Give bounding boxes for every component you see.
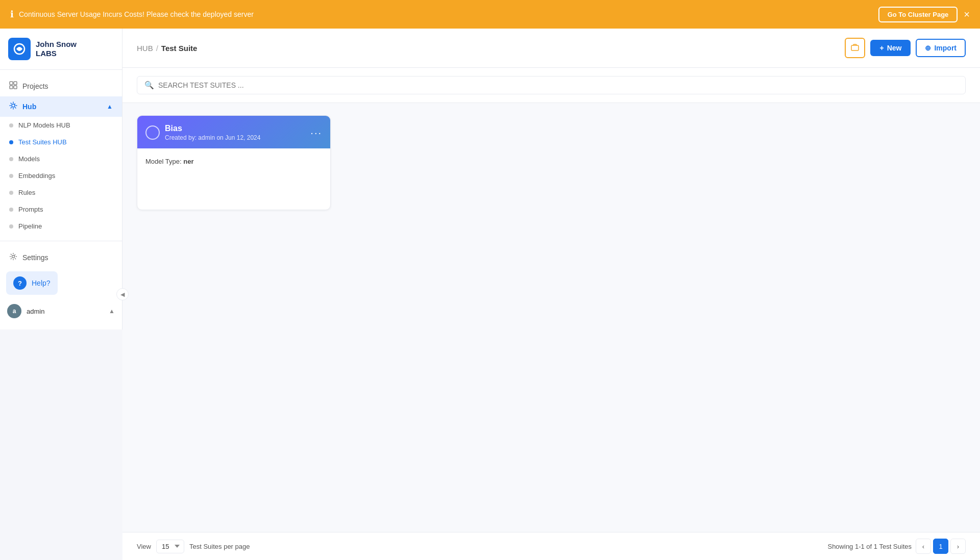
cards-grid: Bias Created by: admin on Jun 12, 2024 ·… [137,115,966,210]
orange-icon-button[interactable] [845,38,865,58]
help-icon: ? [13,276,27,290]
sidebar-item-hub[interactable]: Hub ▲ [0,96,122,117]
per-page-label: Test Suites per page [189,543,250,550]
view-label: View [137,543,151,550]
nlp-models-label: NLP Models HUB [18,121,70,129]
logo-line2: LABS [36,49,77,58]
per-page-select[interactable]: 5 10 15 25 50 [156,540,184,553]
projects-icon [9,81,17,91]
user-row[interactable]: a admin ▲ [0,299,122,323]
user-name: admin [27,308,44,315]
card-model-value: ner [183,158,193,165]
banner-close-button[interactable]: × [964,9,970,20]
breadcrumb-separator: / [156,44,158,53]
hub-icon [9,101,17,112]
settings-label: Settings [22,253,48,262]
svg-rect-3 [14,82,17,85]
new-plus-icon: + [879,44,884,52]
banner-message: Continuous Server Usage Incurs Costs! Pl… [19,10,254,18]
models-label: Models [18,155,40,163]
new-button[interactable]: + New [870,40,911,56]
sidebar-nav: Projects Hub ▲ [0,70,122,241]
search-input[interactable] [158,81,958,89]
sidebar-logo: John Snow LABS [0,29,122,70]
search-icon: 🔍 [144,81,154,90]
breadcrumb-hub: HUB [137,44,153,53]
banner: ℹ Continuous Server Usage Incurs Costs! … [0,0,980,29]
settings-icon [9,252,17,262]
sidebar-bottom: Settings ? Help? a admin ▲ [0,241,122,329]
cluster-button[interactable]: Go To Cluster Page [878,7,958,22]
showing-text: Showing 1-1 of 1 Test Suites [827,543,912,550]
import-icon: ⊕ [925,44,931,52]
hub-section: Hub ▲ NLP Models HUB Test Suites HUB Mod… [0,96,122,235]
help-button[interactable]: ? Help? [6,271,58,295]
svg-rect-4 [10,86,13,89]
breadcrumb-current: Test Suite [161,44,198,53]
pagination: ‹ 1 › [916,539,966,554]
logo-line1: John Snow [36,40,77,49]
page-1-button[interactable]: 1 [933,539,948,554]
sidebar-item-pipeline[interactable]: Pipeline [0,218,122,235]
prompts-label: Prompts [18,206,43,213]
sidebar-item-prompts[interactable]: Prompts [0,201,122,218]
content-footer: View 5 10 15 25 50 Test Suites per page … [122,532,980,560]
svg-rect-8 [851,45,859,50]
cards-area: Bias Created by: admin on Jun 12, 2024 ·… [122,103,980,532]
sidebar-item-rules[interactable]: Rules [0,184,122,201]
content: HUB / Test Suite + New ⊕ Import [122,29,980,560]
card-menu-button[interactable]: ··· [310,127,322,139]
card-bias: Bias Created by: admin on Jun 12, 2024 ·… [137,115,331,210]
footer-right: Showing 1-1 of 1 Test Suites ‹ 1 › [827,539,966,554]
hub-label: Hub [22,103,36,111]
next-page-button[interactable]: › [950,539,966,554]
search-bar: 🔍 [122,68,980,103]
footer-left: View 5 10 15 25 50 Test Suites per page [137,540,250,553]
card-model-type: Model Type: ner [145,158,193,165]
card-body: Model Type: ner [137,148,330,210]
user-chevron-icon: ▲ [109,308,115,315]
sidebar: John Snow LABS Projects [0,29,122,560]
header-actions: + New ⊕ Import [845,38,966,58]
sidebar-item-models[interactable]: Models [0,150,122,167]
sidebar-item-settings[interactable]: Settings [0,247,122,267]
card-circle-icon [145,125,160,140]
sidebar-item-embeddings[interactable]: Embeddings [0,167,122,184]
import-button[interactable]: ⊕ Import [916,39,966,57]
rules-label: Rules [18,189,35,196]
info-icon: ℹ [10,9,14,20]
sidebar-item-nlp-models[interactable]: NLP Models HUB [0,117,122,134]
avatar: a [7,304,21,318]
search-input-wrap: 🔍 [137,76,966,94]
projects-label: Projects [22,82,48,90]
card-subtitle: Created by: admin on Jun 12, 2024 [165,134,260,141]
svg-rect-5 [14,86,17,89]
svg-rect-2 [10,82,13,85]
hub-chevron-icon: ▲ [107,103,113,110]
card-title: Bias [165,124,260,133]
breadcrumb: HUB / Test Suite [137,44,197,53]
sidebar-item-projects[interactable]: Projects [0,76,122,96]
sidebar-item-test-suites[interactable]: Test Suites HUB [0,134,122,150]
sidebar-collapse-button[interactable]: ◀ [116,288,129,300]
prev-page-button[interactable]: ‹ [916,539,931,554]
embeddings-label: Embeddings [18,172,55,180]
logo-icon [8,38,31,60]
hub-children: NLP Models HUB Test Suites HUB Models Em… [0,117,122,235]
card-header: Bias Created by: admin on Jun 12, 2024 ·… [137,116,330,148]
svg-point-7 [12,256,15,258]
pipeline-label: Pipeline [18,222,42,230]
content-header: HUB / Test Suite + New ⊕ Import [122,29,980,68]
help-label: Help? [32,279,51,287]
test-suites-label: Test Suites HUB [18,138,67,146]
